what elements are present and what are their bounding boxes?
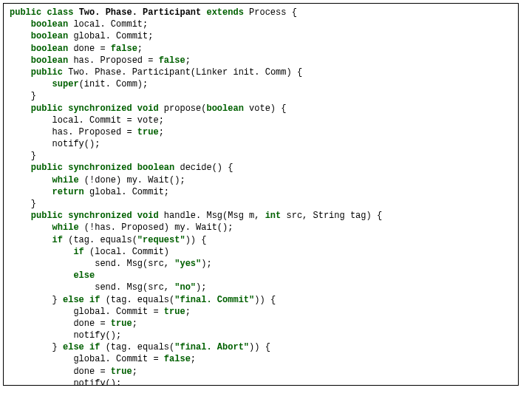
code-line: while (!done) my. Wait(); bbox=[10, 174, 512, 186]
code-token: } bbox=[10, 342, 63, 352]
code-line: local. Commit = vote; bbox=[10, 115, 512, 126]
code-token: global. Commit = bbox=[10, 354, 164, 364]
code-token: local. Commit; bbox=[73, 19, 148, 30]
code-token bbox=[10, 55, 31, 66]
code-token: send. Msg(src, bbox=[10, 259, 174, 269]
code-token bbox=[10, 211, 31, 221]
code-token: extends bbox=[206, 7, 249, 18]
code-line: send. Msg(src, "no"); bbox=[10, 282, 512, 293]
code-line: super(init. Comm); bbox=[10, 78, 512, 90]
code-line: } else if (tag. equals("final. Commit"))… bbox=[10, 294, 512, 306]
code-token: "request" bbox=[137, 235, 185, 245]
code-token: global. Commit; bbox=[89, 187, 169, 197]
code-line: has. Proposed = true; bbox=[10, 126, 512, 138]
code-token: int bbox=[265, 211, 287, 221]
code-line: boolean done = false; bbox=[10, 43, 512, 55]
code-token: Two. Phase. Participant(Linker init. Com… bbox=[68, 67, 302, 78]
code-token: (local. Commit) bbox=[89, 247, 169, 257]
code-token: Process { bbox=[249, 7, 297, 18]
code-token: else if bbox=[63, 342, 106, 352]
code-token bbox=[10, 44, 31, 54]
code-line: send. Msg(src, "yes"); bbox=[10, 258, 512, 270]
code-token: ; bbox=[191, 354, 196, 364]
code-line: boolean global. Commit; bbox=[10, 30, 512, 42]
code-token: boolean bbox=[31, 55, 74, 66]
code-token: public bbox=[31, 67, 68, 78]
code-token: )) { bbox=[254, 295, 276, 305]
code-line: notify(); bbox=[10, 138, 512, 150]
code-line: if (tag. equals("request")) { bbox=[10, 234, 512, 246]
code-line: } bbox=[10, 198, 512, 210]
code-token bbox=[10, 270, 73, 281]
code-token: ; bbox=[159, 127, 164, 137]
code-token: (init. Comm); bbox=[79, 79, 149, 89]
code-token: (!done) my. Wait(); bbox=[84, 175, 185, 185]
code-token: send. Msg(src, bbox=[10, 282, 174, 293]
code-token: )) { bbox=[185, 235, 207, 245]
code-line: else bbox=[10, 270, 512, 282]
code-token: public synchronized void bbox=[31, 103, 164, 114]
code-token: public class bbox=[10, 7, 79, 18]
code-token: true bbox=[137, 127, 159, 137]
code-token: has. Proposed = bbox=[10, 127, 137, 137]
code-token: public synchronized void bbox=[31, 211, 164, 221]
code-token: notify(); bbox=[10, 139, 100, 149]
code-line: return global. Commit; bbox=[10, 186, 512, 198]
code-token: notify(); bbox=[10, 378, 121, 386]
code-line: public synchronized void propose(boolean… bbox=[10, 103, 512, 115]
code-token: has. Proposed = bbox=[73, 55, 158, 66]
code-line: public synchronized void handle. Msg(Msg… bbox=[10, 210, 512, 222]
code-token: while bbox=[52, 175, 84, 185]
code-line: global. Commit = false; bbox=[10, 353, 512, 365]
code-token: true bbox=[111, 318, 132, 329]
code-line: if (local. Commit) bbox=[10, 246, 512, 258]
code-token: else if bbox=[63, 295, 106, 305]
code-line: public synchronized boolean decide() { bbox=[10, 162, 512, 174]
code-container: public class Two. Phase. Participant ext… bbox=[3, 3, 519, 386]
code-token: ; bbox=[185, 307, 191, 317]
code-token: if bbox=[52, 235, 69, 245]
code-token bbox=[10, 175, 52, 185]
code-token: } bbox=[10, 91, 36, 101]
code-token: while bbox=[52, 222, 84, 233]
code-token: vote) { bbox=[249, 103, 286, 114]
code-line: notify(); bbox=[10, 378, 512, 386]
code-token bbox=[10, 247, 73, 257]
code-token bbox=[10, 235, 52, 245]
code-line: notify(); bbox=[10, 330, 512, 341]
code-token: handle. Msg(Msg m, bbox=[164, 211, 265, 221]
code-token: true bbox=[111, 366, 132, 377]
code-token: } bbox=[10, 295, 63, 305]
code-token: ); bbox=[201, 259, 211, 269]
code-token bbox=[10, 19, 31, 30]
code-token: ; bbox=[185, 55, 191, 66]
code-token: boolean bbox=[31, 31, 74, 41]
code-token bbox=[10, 79, 52, 89]
code-token: false bbox=[164, 354, 191, 364]
code-token: propose( bbox=[164, 103, 207, 114]
code-line: public Two. Phase. Participant(Linker in… bbox=[10, 66, 512, 78]
code-token: (tag. equals( bbox=[106, 342, 175, 352]
code-line: done = true; bbox=[10, 366, 512, 378]
code-token: (tag. equals( bbox=[106, 295, 175, 305]
code-token: (!has. Proposed) my. Wait(); bbox=[84, 222, 233, 233]
code-line: } else if (tag. equals("final. Abort")) … bbox=[10, 341, 512, 353]
code-token: src, String tag) { bbox=[286, 211, 382, 221]
code-token: ; bbox=[137, 44, 143, 54]
code-token: "no" bbox=[174, 282, 196, 293]
code-token bbox=[10, 67, 31, 78]
code-token: notify(); bbox=[10, 330, 121, 341]
code-token: ; bbox=[132, 366, 137, 377]
code-token: else bbox=[73, 270, 95, 281]
code-line: } bbox=[10, 150, 512, 162]
code-token: done = bbox=[10, 366, 111, 377]
code-token bbox=[10, 222, 52, 233]
code-token: return bbox=[52, 187, 89, 197]
code-token: ); bbox=[196, 282, 206, 293]
code-token: local. Commit = vote; bbox=[10, 115, 164, 126]
code-token: )) { bbox=[249, 342, 270, 352]
code-token bbox=[10, 187, 52, 197]
code-line: } bbox=[10, 90, 512, 102]
code-line: done = true; bbox=[10, 318, 512, 330]
code-token: done = bbox=[10, 318, 111, 329]
